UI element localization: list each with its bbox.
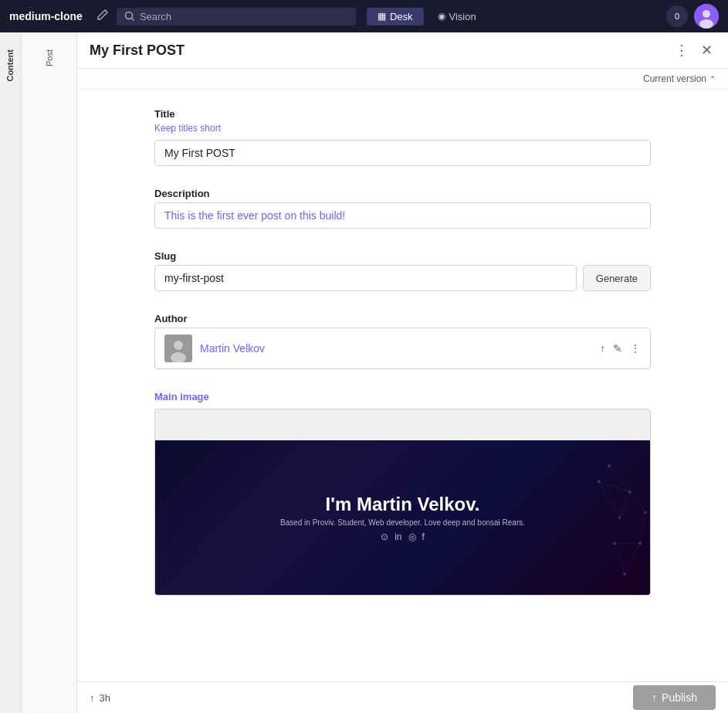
version-selector[interactable]: Current version ⌃ [643, 73, 716, 84]
svg-point-5 [174, 341, 183, 350]
svg-line-9 [619, 518, 640, 543]
main-image-label: Main image [154, 391, 651, 402]
brand-logo: medium-clone [9, 10, 83, 22]
main-image-group: Main image [154, 391, 651, 596]
publish-icon: ↑ [652, 691, 657, 704]
more-options-button[interactable]: ⋮ [672, 40, 692, 60]
svg-point-3 [699, 19, 713, 29]
author-upload-icon[interactable]: ↑ [600, 342, 605, 355]
title-label: Title [154, 108, 651, 120]
tab-vision[interactable]: ◉ Vision [427, 8, 487, 25]
svg-line-14 [629, 492, 645, 513]
svg-point-24 [643, 511, 646, 514]
search-bar[interactable] [117, 8, 356, 25]
edit-icon[interactable] [97, 8, 109, 24]
tab-desk[interactable]: ▦ Desk [367, 8, 424, 25]
author-actions: ↑ ✎ ⋮ [600, 342, 641, 355]
svg-line-8 [619, 492, 629, 518]
slug-input[interactable] [154, 265, 577, 291]
post-tab[interactable]: Post [40, 40, 59, 76]
sidebar-item-content[interactable]: Content [1, 40, 21, 91]
post-header: My First POST ⋮ ✕ [77, 32, 728, 69]
description-label: Description [154, 188, 651, 199]
search-input[interactable] [140, 11, 340, 22]
image-preview-text: I'm Martin Velkov. [326, 494, 480, 515]
image-container[interactable]: I'm Martin Velkov. Based in Proviv. Stud… [154, 409, 651, 596]
post-title: My First POST [90, 42, 672, 59]
svg-line-10 [625, 543, 640, 574]
description-group: Description [154, 188, 651, 229]
author-group: Author Martin Velkov ↑ ✎ ⋮ [154, 313, 651, 369]
author-avatar-image [164, 334, 192, 362]
nav-tabs: ▦ Desk ◉ Vision [367, 8, 487, 25]
bottom-bar: ↑ 3h ↑ Publish [77, 681, 728, 713]
image-preview-sub: Based in Proviv. Student, Web developer.… [280, 518, 525, 527]
svg-line-17 [614, 543, 624, 574]
svg-point-21 [638, 542, 642, 545]
slug-group: Slug Generate [154, 250, 651, 291]
version-chevron-icon: ⌃ [709, 75, 716, 83]
svg-point-23 [597, 480, 600, 483]
author-avatar [164, 334, 192, 362]
slug-label: Slug [154, 250, 651, 262]
svg-line-13 [619, 502, 635, 518]
svg-point-25 [612, 542, 615, 545]
time-indicator: 3h [100, 692, 110, 704]
author-name: Martin Velkov [200, 342, 592, 355]
content-area: My First POST ⋮ ✕ Current version ⌃ Titl… [77, 32, 728, 713]
left-sidebar: Content [0, 32, 22, 713]
vision-icon: ◉ [438, 11, 445, 22]
author-more-icon[interactable]: ⋮ [630, 342, 641, 355]
post-header-actions: ⋮ ✕ [672, 40, 716, 60]
image-preview: I'm Martin Velkov. Based in Proviv. Stud… [155, 440, 650, 595]
author-edit-icon[interactable]: ✎ [613, 342, 622, 355]
svg-point-18 [608, 464, 611, 467]
image-top-bar [155, 409, 650, 440]
search-icon [124, 11, 135, 22]
title-hint: Keep titles short [154, 123, 651, 134]
svg-line-12 [598, 481, 619, 518]
svg-line-11 [598, 481, 629, 491]
close-button[interactable]: ✕ [698, 40, 716, 60]
notification-badge[interactable]: 0 [666, 5, 688, 27]
svg-point-22 [623, 572, 626, 575]
image-preview-icons: ⊙ in ◎ f [381, 531, 425, 542]
form-area: Title Keep titles short Description Slug… [77, 90, 728, 681]
navbar: medium-clone ▦ Desk ◉ Vision 0 [0, 0, 728, 32]
svg-line-7 [609, 466, 630, 491]
avatar-image [694, 4, 719, 29]
description-input[interactable] [154, 202, 651, 229]
post-panel: Post [22, 32, 77, 713]
author-label: Author [154, 313, 651, 324]
title-input[interactable] [154, 140, 651, 166]
desk-icon: ▦ [378, 11, 386, 22]
bottom-upload-icon: ↑ [90, 692, 95, 704]
svg-point-19 [628, 491, 631, 494]
bottom-info: ↑ 3h [90, 692, 110, 704]
svg-line-15 [640, 512, 645, 543]
svg-point-20 [618, 516, 621, 519]
version-bar: Current version ⌃ [77, 69, 728, 90]
svg-point-2 [703, 10, 710, 18]
user-area: 0 [666, 4, 719, 29]
publish-label: Publish [662, 691, 697, 704]
user-avatar[interactable] [694, 4, 719, 29]
title-group: Title Keep titles short [154, 108, 651, 166]
generate-button[interactable]: Generate [583, 265, 651, 291]
slug-row: Generate [154, 265, 651, 291]
publish-button[interactable]: ↑ Publish [633, 685, 716, 710]
author-row: Martin Velkov ↑ ✎ ⋮ [154, 328, 651, 369]
main-layout: Content Post My First POST ⋮ ✕ Current v… [0, 32, 728, 713]
